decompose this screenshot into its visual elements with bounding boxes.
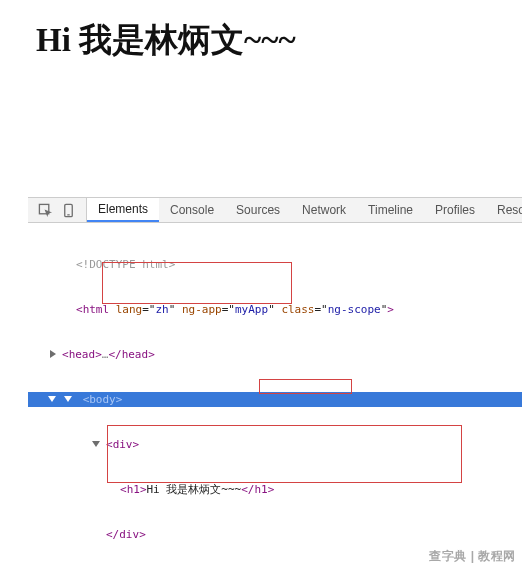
devtools-tabs: Elements Console Sources Network Timelin… (87, 198, 522, 222)
devtools-toolbar: Elements Console Sources Network Timelin… (28, 198, 522, 223)
tab-console[interactable]: Console (159, 198, 225, 222)
toolbar-icon-group (28, 198, 87, 222)
elements-dom-tree[interactable]: <!DOCTYPE html> <html lang="zh" ng-app="… (28, 223, 522, 573)
tab-profiles[interactable]: Profiles (424, 198, 486, 222)
page-heading: Hi 我是林炳文~~~ (36, 18, 522, 63)
watermark: 查字典 | 教程网 (429, 548, 516, 565)
devtools-panel: Elements Console Sources Network Timelin… (28, 197, 522, 573)
dom-div-close[interactable]: </div> (28, 527, 522, 542)
tab-network[interactable]: Network (291, 198, 357, 222)
tab-elements[interactable]: Elements (87, 198, 159, 222)
dom-html-open[interactable]: <html lang="zh" ng-app="myApp" class="ng… (28, 302, 522, 317)
tab-sources[interactable]: Sources (225, 198, 291, 222)
tab-resources[interactable]: Resourc (486, 198, 522, 222)
device-icon[interactable] (61, 203, 76, 218)
dom-h1[interactable]: <h1>Hi 我是林炳文~~~</h1> (28, 482, 522, 497)
dom-doctype[interactable]: <!DOCTYPE html> (28, 257, 522, 272)
tab-timeline[interactable]: Timeline (357, 198, 424, 222)
dom-div-open[interactable]: <div> (28, 437, 522, 452)
page-content: Hi 我是林炳文~~~ (0, 0, 522, 63)
svg-rect-2 (67, 214, 69, 215)
dom-body-selected[interactable]: <body> (28, 392, 522, 407)
dom-head[interactable]: <head>…</head> (28, 347, 522, 362)
inspect-icon[interactable] (38, 203, 53, 218)
annotation-box-3 (107, 425, 462, 483)
